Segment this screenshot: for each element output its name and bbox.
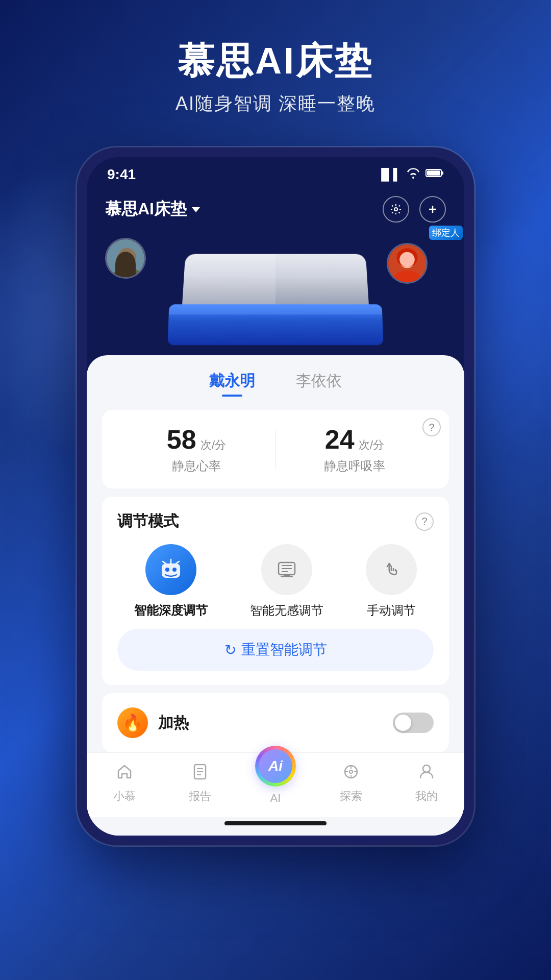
mattress-shape bbox=[168, 253, 383, 345]
svg-point-8 bbox=[118, 248, 136, 266]
svg-rect-1 bbox=[441, 172, 443, 175]
nav-item-explore[interactable]: 探索 bbox=[325, 763, 377, 804]
nav-item-report[interactable]: 报告 bbox=[174, 763, 226, 804]
nav-ai-label: AI bbox=[270, 792, 281, 805]
content-card: 戴永明 李依依 ? 58 次/分 静息心率 bbox=[87, 355, 464, 836]
main-title: 慕思AI床垫 bbox=[176, 41, 375, 81]
heating-left: 🔥 加热 bbox=[117, 707, 189, 738]
mattress-top bbox=[182, 254, 369, 310]
heating-toggle[interactable] bbox=[393, 713, 434, 733]
mode-icon-smart-deep bbox=[145, 544, 196, 595]
heart-rate-stat: 58 次/分 静息心率 bbox=[117, 424, 276, 474]
breathing-rate-stat: 24 次/分 静息呼吸率 bbox=[276, 424, 434, 474]
mode-label-smart-deep: 智能深度调节 bbox=[134, 602, 208, 619]
mode-label-manual: 手动调节 bbox=[367, 602, 416, 619]
nav-profile-label: 我的 bbox=[415, 789, 438, 804]
mode-btn-smart-deep[interactable]: 智能深度调节 bbox=[134, 544, 208, 619]
svg-point-14 bbox=[399, 252, 415, 267]
nav-report-icon bbox=[191, 763, 209, 786]
status-bar: 9:41 ▐▌▌ bbox=[87, 157, 464, 188]
mattress-visualization bbox=[168, 253, 383, 345]
stats-row: 58 次/分 静息心率 24 次/分 静息呼吸率 bbox=[117, 424, 434, 474]
bottom-nav: 小慕 报告 bbox=[87, 752, 464, 817]
nav-item-ai[interactable]: Ai AI bbox=[250, 761, 301, 805]
adjustment-mode-card: 调节模式 ? bbox=[102, 497, 449, 685]
app-banner: 慕思AI床垫 AI随身智调 深睡一整晚 bbox=[176, 41, 375, 116]
signal-icon: ▐▌▌ bbox=[377, 168, 401, 181]
breathing-rate-unit: 次/分 bbox=[359, 438, 384, 451]
bind-badge: 绑定人 bbox=[429, 226, 463, 240]
header-icons bbox=[383, 196, 446, 223]
mode-btn-manual[interactable]: 手动调节 bbox=[366, 544, 417, 619]
flame-icon: 🔥 bbox=[117, 707, 148, 738]
user-avatar-left[interactable] bbox=[105, 238, 146, 279]
nav-item-home[interactable]: 小慕 bbox=[99, 763, 150, 804]
mode-icon-smart-silent bbox=[261, 544, 312, 595]
svg-point-16 bbox=[165, 568, 169, 572]
heart-rate-value: 58 bbox=[167, 425, 196, 454]
avatar-right-image bbox=[388, 244, 426, 282]
avatar-left-image bbox=[107, 239, 144, 277]
section-title: 调节模式 bbox=[117, 511, 179, 532]
stats-card: ? 58 次/分 静息心率 24 次/分 bbox=[102, 410, 449, 488]
nav-item-profile[interactable]: 我的 bbox=[401, 763, 452, 804]
toggle-knob bbox=[395, 715, 411, 731]
mode-btn-smart-silent[interactable]: 智能无感调节 bbox=[250, 544, 323, 619]
svg-point-29 bbox=[349, 770, 353, 773]
reset-button[interactable]: ↻ 重置智能调节 bbox=[117, 629, 434, 671]
phone-inner: 9:41 ▐▌▌ bbox=[87, 157, 464, 836]
reset-button-label: 重置智能调节 bbox=[241, 640, 327, 659]
nav-explore-label: 探索 bbox=[340, 789, 362, 804]
nav-explore-icon bbox=[342, 763, 360, 786]
phone-mockup: 9:41 ▐▌▌ bbox=[77, 147, 474, 846]
adjustment-help-icon[interactable]: ? bbox=[415, 512, 434, 531]
status-icons: ▐▌▌ bbox=[377, 167, 444, 182]
svg-point-17 bbox=[172, 568, 177, 572]
heating-card: 🔥 加热 bbox=[102, 693, 449, 752]
sub-title: AI随身智调 深睡一整晚 bbox=[176, 91, 375, 116]
breathing-rate-value-row: 24 次/分 bbox=[276, 424, 434, 455]
dropdown-arrow-icon[interactable] bbox=[192, 207, 200, 212]
app-header: 慕思AI床垫 bbox=[87, 188, 464, 233]
wifi-icon bbox=[406, 167, 420, 182]
app-header-title: 慕思AI床垫 bbox=[105, 198, 187, 220]
section-header: 调节模式 ? bbox=[117, 511, 434, 532]
heart-rate-label: 静息心率 bbox=[117, 458, 276, 474]
status-time: 9:41 bbox=[107, 166, 136, 183]
add-button[interactable] bbox=[419, 196, 446, 223]
svg-point-3 bbox=[394, 208, 397, 211]
svg-point-34 bbox=[423, 765, 430, 772]
home-bar bbox=[224, 821, 327, 825]
mode-icon-manual bbox=[366, 544, 417, 595]
battery-icon bbox=[425, 168, 444, 181]
user-tabs: 戴永明 李依依 bbox=[87, 355, 464, 402]
nav-report-label: 报告 bbox=[189, 789, 211, 804]
tab-user1[interactable]: 戴永明 bbox=[209, 371, 255, 397]
heart-rate-unit: 次/分 bbox=[201, 438, 226, 451]
heating-label: 加热 bbox=[158, 713, 189, 733]
mode-label-smart-silent: 智能无感调节 bbox=[250, 602, 323, 619]
user-avatar-right bbox=[387, 243, 428, 284]
mattress-area: 绑定人 bbox=[87, 233, 464, 365]
nav-home-label: 小慕 bbox=[113, 789, 136, 804]
breathing-rate-value: 24 bbox=[325, 425, 355, 454]
mattress-base bbox=[168, 305, 384, 346]
svg-rect-2 bbox=[427, 170, 440, 176]
breathing-rate-label: 静息呼吸率 bbox=[276, 458, 434, 474]
home-indicator bbox=[87, 817, 464, 836]
mode-buttons: 智能深度调节 bbox=[117, 544, 434, 619]
phone-frame: 9:41 ▐▌▌ bbox=[77, 147, 474, 846]
heart-rate-value-row: 58 次/分 bbox=[117, 424, 276, 455]
reset-icon: ↻ bbox=[224, 642, 236, 658]
settings-button[interactable] bbox=[383, 196, 409, 223]
nav-ai-icon-outer: Ai bbox=[255, 746, 296, 787]
nav-home-icon bbox=[115, 763, 134, 786]
app-title-row[interactable]: 慕思AI床垫 bbox=[105, 198, 200, 220]
nav-profile-icon bbox=[417, 763, 436, 786]
tab-user2[interactable]: 李依依 bbox=[296, 371, 342, 397]
nav-ai-icon-inner: Ai bbox=[259, 749, 292, 783]
